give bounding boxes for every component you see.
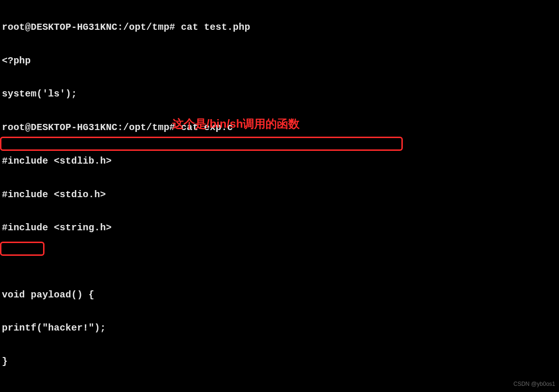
- highlight-box-hacker: [0, 242, 44, 256]
- terminal-window[interactable]: root@DESKTOP-HG31KNC:/opt/tmp# cat test.…: [0, 0, 559, 392]
- terminal-line: system('ls');: [2, 88, 557, 100]
- terminal-line: root@DESKTOP-HG31KNC:/opt/tmp# cat test.…: [2, 22, 557, 34]
- terminal-line: #include <string.h>: [2, 222, 557, 234]
- terminal-line: [2, 256, 557, 268]
- terminal-line: [2, 390, 557, 392]
- terminal-line: printf("hacker!");: [2, 322, 557, 334]
- terminal-line: #include <stdio.h>: [2, 189, 557, 201]
- annotation-label: 这个是/bin/sh调用的函数: [172, 116, 300, 131]
- terminal-line: <?php: [2, 55, 557, 67]
- terminal-line: }: [2, 356, 557, 368]
- terminal-line: #include <stdlib.h>: [2, 156, 557, 167]
- watermark-text: CSDN @yb0os1: [514, 381, 555, 387]
- terminal-line: void payload() {: [2, 289, 557, 301]
- highlight-box-strcpy: [0, 137, 403, 151]
